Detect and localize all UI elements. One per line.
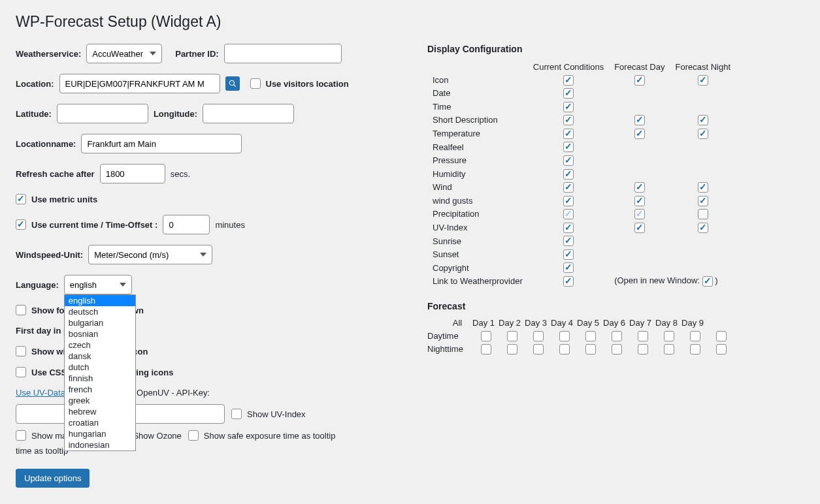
language-option[interactable]: bulgarian xyxy=(65,317,135,328)
fc-checkbox[interactable] xyxy=(638,344,648,354)
use-current-time-checkbox[interactable] xyxy=(16,219,26,230)
dc-checkbox[interactable] xyxy=(698,223,708,233)
fc-checkbox[interactable] xyxy=(638,331,648,341)
dc-checkbox[interactable] xyxy=(698,75,708,86)
dc-checkbox[interactable] xyxy=(563,102,574,112)
locationname-input[interactable] xyxy=(81,134,242,153)
dc-checkbox xyxy=(698,209,708,219)
fc-checkbox[interactable] xyxy=(481,344,491,354)
show-wind-icon-checkbox[interactable] xyxy=(16,346,26,356)
dc-checkbox[interactable] xyxy=(634,223,645,233)
partnerid-input[interactable] xyxy=(224,44,342,63)
fc-checkbox[interactable] xyxy=(585,331,596,341)
show-uv-checkbox[interactable] xyxy=(231,409,242,419)
dc-checkbox[interactable] xyxy=(563,115,574,125)
dc-checkbox[interactable] xyxy=(698,196,708,206)
dc-row-label: Realfeel xyxy=(427,140,528,154)
fc-checkbox[interactable] xyxy=(507,331,517,341)
dc-checkbox[interactable] xyxy=(698,115,708,125)
show-forecast-pulldown-checkbox[interactable] xyxy=(16,305,26,315)
location-input[interactable] xyxy=(59,74,220,93)
dc-row-label: wind gusts xyxy=(427,194,528,208)
dc-checkbox[interactable] xyxy=(634,196,645,206)
dc-row-label: Sunrise xyxy=(427,234,528,248)
fc-checkbox[interactable] xyxy=(612,344,622,354)
fc-checkbox[interactable] xyxy=(612,331,622,341)
language-option[interactable]: dutch xyxy=(65,362,135,373)
language-option[interactable]: czech xyxy=(65,339,135,351)
longitude-input[interactable] xyxy=(203,104,294,123)
refresh-input[interactable] xyxy=(100,164,165,183)
language-option[interactable]: indonesian xyxy=(65,439,135,450)
fc-checkbox[interactable] xyxy=(559,344,570,354)
dc-checkbox[interactable] xyxy=(698,129,708,139)
dc-checkbox[interactable] xyxy=(563,155,574,166)
language-option[interactable]: english xyxy=(65,295,135,306)
fc-checkbox[interactable] xyxy=(507,344,517,354)
windspeed-select[interactable]: Meter/Second (m/s) xyxy=(88,245,212,264)
dc-row-label: Copyright xyxy=(427,261,528,275)
dc-checkbox[interactable] xyxy=(698,182,708,193)
language-option[interactable]: hungarian xyxy=(65,428,135,439)
dc-checkbox[interactable] xyxy=(563,223,574,233)
weatherservice-label: Weatherservice: xyxy=(16,49,81,59)
fc-day-header: Day 8 xyxy=(653,318,680,328)
dc-checkbox[interactable] xyxy=(563,169,574,180)
dc-checkbox[interactable] xyxy=(563,276,574,287)
fc-checkbox[interactable] xyxy=(585,344,596,354)
dc-checkbox[interactable] xyxy=(563,196,574,206)
use-metric-checkbox[interactable] xyxy=(16,194,26,204)
dc-checkbox[interactable] xyxy=(563,142,574,152)
language-option[interactable]: bosnian xyxy=(65,328,135,339)
language-option[interactable]: dansk xyxy=(65,351,135,362)
refresh-label: Refresh cache after xyxy=(16,169,95,179)
use-css-sprites-checkbox[interactable] xyxy=(16,367,26,377)
language-option[interactable]: croatian xyxy=(65,417,135,428)
fc-day-header: Day 2 xyxy=(497,318,523,328)
locationname-label: Locationname: xyxy=(16,139,76,149)
dc-checkbox[interactable] xyxy=(563,75,574,86)
windspeed-label: Windspeed-Unit: xyxy=(16,250,83,260)
dc-checkbox[interactable] xyxy=(634,75,645,86)
fc-checkbox[interactable] xyxy=(533,331,544,341)
fc-checkbox[interactable] xyxy=(533,344,544,354)
dc-checkbox[interactable] xyxy=(563,236,574,246)
language-option[interactable]: greek xyxy=(65,395,135,406)
dc-checkbox[interactable] xyxy=(634,115,645,125)
dc-row-label: Humidity xyxy=(427,167,528,181)
time-offset-input[interactable] xyxy=(163,215,210,234)
fc-checkbox[interactable] xyxy=(664,331,674,341)
dc-checkbox[interactable] xyxy=(563,182,574,193)
dc-row-label: Icon xyxy=(427,73,528,87)
update-options-button[interactable]: Update options xyxy=(16,469,90,488)
fc-checkbox[interactable] xyxy=(690,344,700,354)
dc-checkbox[interactable] xyxy=(634,129,645,139)
use-visitors-location-checkbox[interactable] xyxy=(250,78,261,89)
show-safe-exposure-checkbox[interactable] xyxy=(188,430,199,441)
fc-checkbox[interactable] xyxy=(664,344,674,354)
search-icon xyxy=(229,80,237,87)
fc-checkbox[interactable] xyxy=(716,331,727,341)
show-max-uv-checkbox[interactable] xyxy=(16,430,26,441)
dc-checkbox[interactable] xyxy=(563,88,574,99)
language-select[interactable]: english xyxy=(64,275,132,294)
minutes-label: minutes xyxy=(215,220,245,230)
weatherservice-select[interactable]: AccuWeather xyxy=(86,44,162,63)
fc-checkbox[interactable] xyxy=(690,331,700,341)
latitude-input[interactable] xyxy=(57,104,148,123)
open-new-window-checkbox[interactable] xyxy=(702,276,713,287)
dc-row-label: Pressure xyxy=(427,153,528,167)
fc-checkbox[interactable] xyxy=(559,331,570,341)
location-search-button[interactable] xyxy=(225,76,240,91)
language-option[interactable]: deutsch xyxy=(65,306,135,317)
fc-checkbox[interactable] xyxy=(716,344,727,354)
dc-checkbox[interactable] xyxy=(634,182,645,193)
dc-checkbox[interactable] xyxy=(563,249,574,260)
language-option[interactable]: french xyxy=(65,384,135,395)
language-option[interactable]: hebrew xyxy=(65,406,135,417)
fc-checkbox[interactable] xyxy=(481,331,491,341)
language-option[interactable]: finnish xyxy=(65,373,135,384)
dc-checkbox[interactable] xyxy=(563,129,574,139)
dc-checkbox[interactable] xyxy=(563,262,574,273)
fc-day-header: Day 5 xyxy=(575,318,601,328)
